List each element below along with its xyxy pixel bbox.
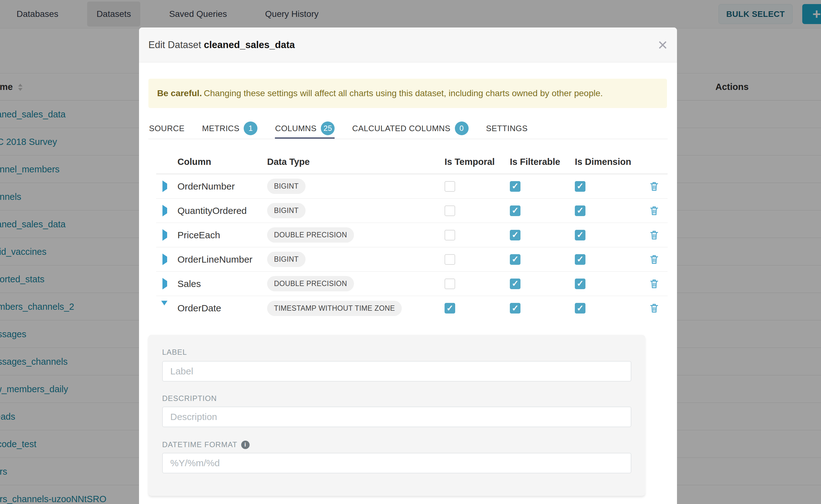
- header-is-dimension: Is Dimension: [575, 157, 668, 167]
- is-temporal-checkbox[interactable]: [445, 181, 455, 192]
- data-type-pill: TIMESTAMP WITHOUT TIME ZONE: [267, 301, 402, 316]
- is-temporal-checkbox[interactable]: [445, 303, 455, 314]
- tab-label: CALCULATED COLUMNS: [352, 124, 450, 133]
- is-dimension-checkbox[interactable]: [575, 230, 586, 240]
- delete-column-button[interactable]: [575, 181, 668, 192]
- column-row: OrderLineNumber BIGINT: [156, 247, 668, 272]
- columns-table: Column Data Type Is Temporal Is Filterab…: [156, 150, 668, 320]
- collapse-caret-icon[interactable]: [161, 301, 167, 311]
- expand-caret-icon[interactable]: [162, 254, 167, 265]
- column-name: OrderNumber: [177, 181, 267, 192]
- warning-banner-text: Changing these settings will affect all …: [204, 88, 603, 98]
- data-type-pill: BIGINT: [267, 179, 305, 194]
- tab-label: SETTINGS: [486, 124, 528, 133]
- is-dimension-checkbox[interactable]: [575, 279, 586, 289]
- trash-icon[interactable]: [650, 254, 659, 264]
- header-column: Column: [177, 157, 267, 167]
- data-type-pill: BIGINT: [267, 203, 305, 218]
- column-name: Sales: [177, 279, 267, 289]
- is-dimension-checkbox[interactable]: [575, 254, 586, 265]
- modal-title-prefix: Edit Dataset: [148, 39, 201, 50]
- trash-icon[interactable]: [650, 303, 659, 313]
- modal-tabs: SOURCE METRICS1 COLUMNS25 CALCULATED COL…: [149, 119, 528, 138]
- expand-caret-icon[interactable]: [162, 180, 167, 192]
- expand-caret-icon[interactable]: [162, 278, 167, 289]
- data-type-pill: DOUBLE PRECISION: [267, 227, 354, 243]
- is-filterable-checkbox[interactable]: [510, 279, 521, 289]
- column-row: PriceEach DOUBLE PRECISION: [156, 223, 668, 247]
- is-temporal-checkbox[interactable]: [445, 279, 455, 289]
- column-row-expanded: OrderDate TIMESTAMP WITHOUT TIME ZONE: [156, 296, 668, 320]
- expand-caret-icon[interactable]: [162, 229, 167, 241]
- trash-icon[interactable]: [650, 279, 659, 289]
- warning-banner-bold: Be careful.: [157, 88, 202, 98]
- trash-icon[interactable]: [650, 230, 659, 240]
- trash-icon[interactable]: [650, 181, 659, 191]
- datetime-format-label: DATETIME FORMAT: [162, 440, 237, 449]
- modal-header: Edit Dataset cleaned_sales_data ×: [139, 27, 677, 62]
- info-icon[interactable]: i: [241, 441, 250, 449]
- tab-label: COLUMNS: [275, 124, 316, 133]
- column-row: Sales DOUBLE PRECISION: [156, 272, 668, 296]
- column-row: OrderNumber BIGINT: [156, 174, 668, 199]
- is-filterable-checkbox[interactable]: [510, 230, 521, 240]
- tab-count-badge: 25: [321, 121, 334, 135]
- column-name: QuantityOrdered: [177, 205, 267, 216]
- tab-metrics[interactable]: METRICS1: [202, 119, 258, 138]
- delete-column-button[interactable]: [575, 254, 668, 265]
- tab-columns[interactable]: COLUMNS25: [275, 119, 334, 138]
- header-is-filterable: Is Filterable: [510, 157, 575, 167]
- tab-count-badge: 0: [455, 121, 469, 135]
- data-type-pill: BIGINT: [267, 252, 305, 267]
- modal-title-dataset-name: cleaned_sales_data: [204, 39, 295, 50]
- tab-label: SOURCE: [149, 124, 185, 133]
- is-filterable-checkbox[interactable]: [510, 205, 521, 216]
- data-type-pill: DOUBLE PRECISION: [267, 276, 354, 291]
- close-icon[interactable]: ×: [658, 38, 668, 52]
- column-name: PriceEach: [177, 230, 267, 240]
- tab-count-badge: 1: [244, 121, 257, 135]
- description-section-heading: DESCRIPTION: [162, 394, 217, 403]
- column-row: QuantityOrdered BIGINT: [156, 199, 668, 223]
- trash-icon[interactable]: [650, 206, 659, 216]
- is-temporal-checkbox[interactable]: [445, 254, 455, 265]
- header-is-temporal: Is Temporal: [445, 157, 510, 167]
- datetime-format-section-heading: DATETIME FORMAT i: [162, 440, 250, 449]
- label-section-heading: LABEL: [162, 348, 187, 357]
- delete-column-button[interactable]: [575, 279, 668, 289]
- is-filterable-checkbox[interactable]: [510, 254, 521, 265]
- modal-title: Edit Dataset cleaned_sales_data: [148, 39, 295, 51]
- tab-source[interactable]: SOURCE: [149, 119, 185, 138]
- is-filterable-checkbox[interactable]: [510, 181, 521, 192]
- is-dimension-checkbox[interactable]: [575, 303, 586, 314]
- is-temporal-checkbox[interactable]: [445, 230, 455, 240]
- is-dimension-checkbox[interactable]: [575, 205, 586, 216]
- column-name: OrderLineNumber: [177, 254, 267, 265]
- description-input[interactable]: [162, 407, 631, 427]
- expand-caret-icon[interactable]: [162, 205, 167, 216]
- header-data-type: Data Type: [267, 157, 445, 167]
- warning-banner: Be careful.Changing these settings will …: [148, 79, 667, 108]
- tab-settings[interactable]: SETTINGS: [486, 119, 528, 138]
- label-input[interactable]: [162, 361, 631, 382]
- edit-dataset-modal: Edit Dataset cleaned_sales_data × Be car…: [139, 27, 677, 504]
- delete-column-button[interactable]: [575, 303, 668, 314]
- datetime-format-input[interactable]: [162, 453, 631, 473]
- is-temporal-checkbox[interactable]: [445, 205, 455, 216]
- tab-calculated-columns[interactable]: CALCULATED COLUMNS0: [352, 119, 468, 138]
- is-filterable-checkbox[interactable]: [510, 303, 521, 314]
- is-dimension-checkbox[interactable]: [575, 181, 586, 192]
- column-name: OrderDate: [177, 303, 267, 314]
- delete-column-button[interactable]: [575, 205, 668, 216]
- tabs-divider: [148, 139, 668, 139]
- column-editor-panel: LABEL DESCRIPTION DATETIME FORMAT i: [148, 335, 645, 496]
- tab-label: METRICS: [202, 124, 240, 133]
- delete-column-button[interactable]: [575, 230, 668, 240]
- columns-table-header: Column Data Type Is Temporal Is Filterab…: [156, 150, 668, 174]
